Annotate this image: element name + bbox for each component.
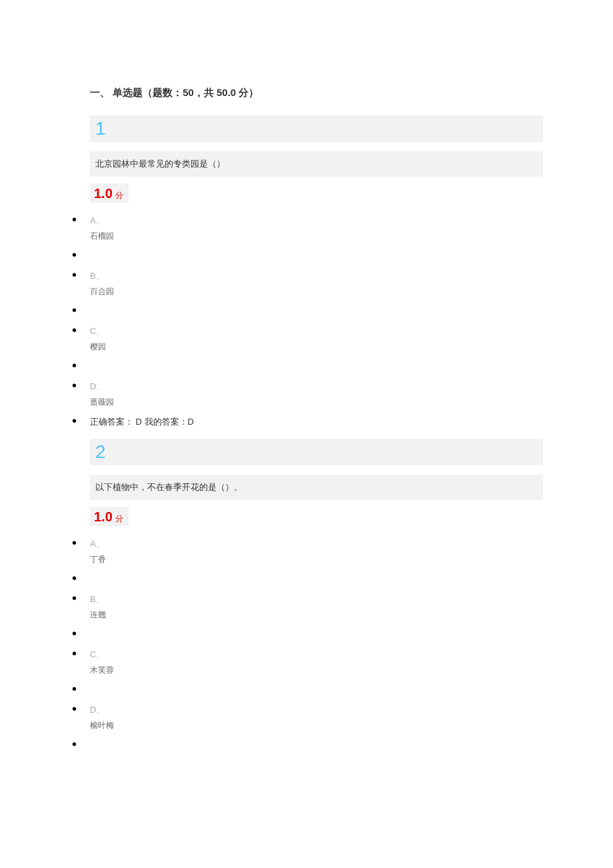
- question-text: 北京园林中最常见的专类园是（）: [90, 151, 543, 177]
- score-value: 1.0: [94, 186, 113, 201]
- option-label: A、: [90, 538, 543, 550]
- option-item: A、 石榴园: [70, 215, 543, 242]
- option-text: 百合园: [90, 286, 543, 297]
- option-label: D、: [90, 381, 543, 393]
- option-label: C、: [90, 325, 543, 337]
- option-item: D、 榆叶梅: [70, 704, 543, 731]
- answer-item: 正确答案： D 我的答案：D: [70, 416, 543, 428]
- option-text: 榆叶梅: [90, 720, 543, 731]
- option-text: 石榴园: [90, 231, 543, 242]
- question-text: 以下植物中，不在春季开花的是（）。: [90, 475, 543, 500]
- score-unit: 分: [115, 191, 123, 200]
- option-text: 木芙蓉: [90, 665, 543, 676]
- option-item: A、 丁香: [70, 538, 543, 565]
- score-value: 1.0: [94, 509, 113, 524]
- score-box: 1.0分: [90, 507, 129, 526]
- spacer: [70, 684, 543, 696]
- options-list: A、 丁香 B、 连翘 C、 木芙蓉 D、 榆叶梅: [70, 538, 543, 751]
- option-label: A、: [90, 215, 543, 227]
- spacer: [70, 250, 543, 262]
- spacer: [70, 629, 543, 641]
- spacer: [70, 739, 543, 751]
- option-item: B、 连翘: [70, 593, 543, 621]
- spacer: [70, 573, 543, 585]
- question-number: 1: [95, 118, 106, 139]
- option-item: C、 樱园: [70, 325, 543, 353]
- option-text: 丁香: [90, 554, 543, 565]
- spacer: [70, 305, 543, 317]
- question-number: 2: [95, 441, 106, 462]
- option-item: D、 蔷薇园: [70, 381, 543, 408]
- option-text: 樱园: [90, 341, 543, 353]
- option-label: C、: [90, 649, 543, 661]
- option-text: 蔷薇园: [90, 397, 543, 408]
- option-label: B、: [90, 270, 543, 282]
- question-number-box: 1: [90, 115, 543, 142]
- answer-text: 正确答案： D 我的答案：D: [90, 416, 543, 428]
- score-box: 1.0分: [90, 183, 129, 203]
- option-label: D、: [90, 704, 543, 716]
- section-title: 一、 单选题（题数：50，共 50.0 分）: [90, 87, 543, 99]
- score-unit: 分: [115, 514, 123, 523]
- option-label: B、: [90, 593, 543, 605]
- options-list: A、 石榴园 B、 百合园 C、 樱园 D、 蔷薇园 正确答案： D 我的答案：…: [70, 215, 543, 428]
- spacer: [70, 361, 543, 373]
- question-number-box: 2: [90, 439, 543, 465]
- option-item: B、 百合园: [70, 270, 543, 297]
- option-item: C、 木芙蓉: [70, 649, 543, 676]
- option-text: 连翘: [90, 609, 543, 621]
